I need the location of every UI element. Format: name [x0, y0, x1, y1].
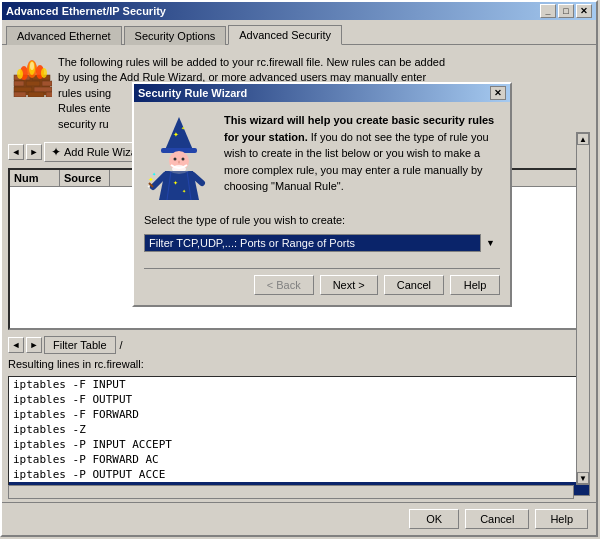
fw-line-3: iptables -Z: [9, 422, 589, 437]
back-button[interactable]: < Back: [254, 275, 314, 295]
svg-point-24: [181, 157, 184, 160]
close-button[interactable]: ✕: [576, 4, 592, 18]
wizard-cancel-button[interactable]: Cancel: [384, 275, 444, 295]
svg-text:✦: ✦: [181, 125, 185, 131]
firewall-output[interactable]: iptables -F INPUT iptables -F OUTPUT ipt…: [8, 376, 590, 496]
rule-type-select[interactable]: Filter TCP,UDP,...: Ports or Range of Po…: [144, 234, 500, 252]
firewall-output-label: Resulting lines in rc.firewall:: [8, 358, 590, 370]
svg-rect-9: [28, 92, 44, 97]
wizard-title-bar: Security Rule Wizard ✕: [134, 84, 510, 102]
filter-nav-left[interactable]: ◄: [8, 337, 24, 353]
filter-nav-right[interactable]: ►: [26, 337, 42, 353]
col-source: Source: [60, 170, 110, 186]
nav-right-button[interactable]: ►: [26, 144, 42, 160]
svg-text:✦: ✦: [173, 180, 178, 186]
wizard-body: ✦ ✦: [134, 102, 510, 305]
svg-rect-3: [14, 81, 24, 86]
wizard-close-button[interactable]: ✕: [490, 86, 506, 100]
bottom-bar: OK Cancel Help: [2, 502, 596, 535]
wizard-dialog: Security Rule Wizard ✕ ✦ ✦: [132, 82, 512, 307]
fw-line-2: iptables -F FORWARD: [9, 407, 589, 422]
wizard-character: ✦ ✦: [144, 112, 214, 202]
ok-button[interactable]: OK: [409, 509, 459, 529]
tab-advanced-security[interactable]: Advanced Security: [228, 25, 342, 45]
svg-text:✦: ✦: [152, 171, 156, 177]
help-button[interactable]: Help: [535, 509, 588, 529]
vertical-scrollbar[interactable]: ▲ ▼: [576, 132, 590, 485]
title-bar-buttons: _ □ ✕: [540, 4, 592, 18]
svg-text:✦: ✦: [173, 131, 179, 138]
wizard-title: Security Rule Wizard: [138, 87, 247, 99]
svg-rect-7: [34, 87, 52, 92]
filter-section: ◄ ► Filter Table /: [8, 336, 590, 354]
filter-tab[interactable]: Filter Table: [44, 336, 116, 354]
nav-left-button[interactable]: ◄: [8, 144, 24, 160]
fw-line-4: iptables -P INPUT ACCEPT: [9, 437, 589, 452]
tab-security-options[interactable]: Security Options: [124, 26, 227, 45]
svg-text:✦: ✦: [148, 176, 154, 183]
wizard-top: ✦ ✦: [144, 112, 500, 202]
svg-point-23: [173, 157, 176, 160]
fw-line-5: iptables -P FORWARD AC: [9, 452, 589, 467]
firewall-icon: [12, 55, 52, 95]
window-title: Advanced Ethernet/IP Security: [6, 5, 166, 17]
wand-icon: ✦: [51, 145, 61, 159]
scroll-down-btn[interactable]: ▼: [577, 472, 589, 484]
svg-rect-4: [26, 81, 40, 86]
fw-line-0: iptables -F INPUT: [9, 377, 589, 392]
next-button[interactable]: Next >: [320, 275, 378, 295]
tab-advanced-ethernet[interactable]: Advanced Ethernet: [6, 26, 122, 45]
tab-bar: Advanced Ethernet Security Options Advan…: [2, 20, 596, 45]
wizard-buttons: < Back Next > Cancel Help: [144, 268, 500, 295]
fw-line-6: iptables -P OUTPUT ACCE: [9, 467, 589, 482]
minimize-button[interactable]: _: [540, 4, 556, 18]
svg-marker-18: [165, 117, 193, 150]
scroll-up-btn[interactable]: ▲: [577, 133, 589, 145]
cancel-button[interactable]: Cancel: [465, 509, 529, 529]
svg-rect-6: [14, 87, 32, 92]
svg-rect-8: [14, 92, 26, 97]
main-window: Advanced Ethernet/IP Security _ □ ✕ Adva…: [0, 0, 598, 537]
col-num: Num: [10, 170, 60, 186]
svg-point-17: [30, 62, 34, 70]
svg-point-25: [178, 160, 180, 163]
svg-point-16: [41, 68, 47, 78]
horizontal-scrollbar[interactable]: [8, 485, 574, 499]
wizard-description: This wizard will help you create basic s…: [224, 112, 500, 202]
svg-point-14: [17, 69, 23, 79]
wizard-help-button[interactable]: Help: [450, 275, 500, 295]
title-bar: Advanced Ethernet/IP Security _ □ ✕: [2, 2, 596, 20]
wizard-select-label: Select the type of rule you wish to crea…: [144, 214, 500, 226]
wizard-svg: ✦ ✦: [147, 115, 212, 200]
rule-type-select-wrapper: Filter TCP,UDP,...: Ports or Range of Po…: [144, 234, 500, 252]
fw-line-1: iptables -F OUTPUT: [9, 392, 589, 407]
select-dropdown-arrow[interactable]: ▼: [480, 234, 500, 252]
svg-text:✦: ✦: [182, 188, 186, 194]
svg-rect-10: [46, 92, 52, 97]
svg-rect-5: [42, 81, 52, 86]
maximize-button[interactable]: □: [558, 4, 574, 18]
